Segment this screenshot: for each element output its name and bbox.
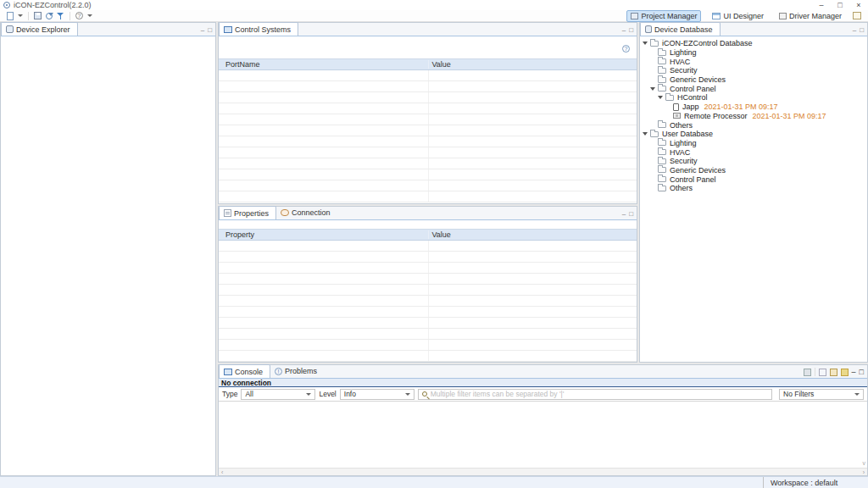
connect-icon[interactable]	[57, 12, 64, 19]
console-output-area[interactable]: v	[219, 402, 867, 468]
tree-item[interactable]: Others	[640, 184, 867, 193]
table-row	[219, 103, 637, 114]
maximize-panel-icon[interactable]: □	[629, 27, 633, 34]
minimize-window-button[interactable]: –	[812, 0, 831, 10]
folder-icon	[665, 95, 674, 101]
tree-item[interactable]: Lighting	[640, 139, 867, 148]
tab-properties[interactable]: Properties	[219, 206, 276, 219]
tree-item[interactable]: Japp2021-01-31 PM 09:17	[640, 103, 867, 112]
table-row	[219, 252, 637, 263]
minimize-panel-icon[interactable]: –	[201, 27, 204, 34]
collapse-icon[interactable]	[643, 42, 650, 45]
export-log-icon[interactable]	[819, 369, 826, 376]
tab-problems[interactable]: ! Problems	[270, 364, 324, 378]
tab-control-systems[interactable]: Control Systems	[219, 22, 298, 36]
type-filter-select[interactable]: All	[241, 389, 315, 400]
maximize-panel-icon[interactable]: □	[860, 369, 864, 375]
tree-item[interactable]: Remote Processor2021-01-31 PM 09:17	[640, 112, 867, 121]
tree-item[interactable]: Control Panel	[640, 84, 867, 93]
scroll-left-icon[interactable]: ‹	[221, 469, 223, 475]
perspective-ui-designer[interactable]: UI Designer	[708, 10, 768, 22]
minimize-panel-icon[interactable]: –	[852, 369, 856, 375]
port-table-rows	[219, 70, 637, 202]
edit-log-icon[interactable]	[841, 369, 849, 376]
maximize-panel-icon[interactable]: □	[860, 27, 864, 34]
new-project-dropdown-icon[interactable]	[18, 14, 23, 17]
tree-item[interactable]: iCON-EZControl Database	[640, 39, 867, 48]
table-row	[219, 351, 637, 362]
tree-item[interactable]: Generic Devices	[640, 75, 867, 85]
tree-item-label: Lighting	[670, 48, 697, 57]
maximize-panel-icon[interactable]: □	[208, 27, 212, 34]
help-dropdown-icon[interactable]	[87, 14, 92, 17]
folder-icon	[658, 140, 666, 146]
clear-console-icon[interactable]	[804, 369, 811, 376]
tab-console[interactable]: Console	[219, 364, 270, 378]
tree-item[interactable]: Others	[640, 120, 867, 130]
project-manager-icon	[631, 13, 638, 19]
tree-item[interactable]: Lighting	[640, 48, 867, 58]
tab-device-database[interactable]: Device Database	[640, 22, 721, 36]
ui-designer-icon	[712, 13, 721, 19]
tree-item[interactable]: HControl	[640, 93, 867, 103]
column-header-portname[interactable]: PortName	[219, 60, 428, 69]
tree-item-label: Security	[670, 66, 698, 75]
column-header-value[interactable]: Value	[428, 230, 637, 239]
maximize-panel-icon[interactable]: □	[629, 211, 633, 218]
filter-search-input[interactable]	[431, 390, 768, 398]
tree-item-label: Control Panel	[670, 85, 716, 93]
table-row	[219, 263, 637, 274]
tree-item[interactable]: HVAC	[640, 57, 867, 66]
close-window-button[interactable]: ×	[849, 0, 868, 10]
tab-connection[interactable]: Connection	[276, 206, 337, 219]
refresh-icon[interactable]	[46, 13, 53, 19]
folder-icon	[658, 158, 666, 164]
problems-icon: !	[275, 368, 282, 375]
tree-item[interactable]: Control Panel	[640, 175, 867, 184]
save-icon[interactable]	[34, 12, 42, 19]
tree-item[interactable]: User Database	[640, 130, 867, 139]
new-project-icon[interactable]	[7, 12, 14, 20]
tab-device-explorer[interactable]: Device Explorer	[1, 22, 78, 36]
tree-item-label: User Database	[662, 130, 713, 138]
search-icon	[422, 391, 427, 396]
open-perspective-icon[interactable]	[853, 12, 861, 19]
collapse-icon[interactable]	[650, 87, 658, 91]
minimize-panel-icon[interactable]: –	[853, 27, 856, 34]
minimize-panel-icon[interactable]: –	[622, 27, 626, 34]
horizontal-scrollbar[interactable]: ‹ ›	[219, 468, 867, 475]
panel-help-icon[interactable]: ?	[622, 45, 630, 53]
tree-item[interactable]: Security	[640, 66, 867, 75]
status-bar: Workspace : default	[0, 476, 868, 488]
folder-icon	[658, 149, 666, 155]
tree-item[interactable]: Security	[640, 157, 867, 166]
collapse-icon[interactable]	[658, 96, 665, 99]
tree-item-label: Control Panel	[670, 175, 716, 184]
column-header-property[interactable]: Property	[219, 230, 428, 239]
open-log-icon[interactable]	[830, 369, 837, 376]
tree-item[interactable]: HVAC	[640, 147, 867, 157]
table-row	[219, 241, 637, 252]
console-filter-bar: Type All Level Info No Filters	[219, 387, 867, 402]
saved-filters-select[interactable]: No Filters	[779, 389, 864, 400]
tree-item[interactable]: Generic Devices	[640, 166, 867, 175]
level-filter-select[interactable]: Info	[340, 389, 415, 400]
folder-icon	[658, 186, 666, 191]
collapse-icon[interactable]	[643, 132, 650, 136]
perspective-driver-manager[interactable]: Driver Manager	[775, 10, 846, 22]
table-row	[219, 169, 637, 180]
table-row	[219, 285, 637, 296]
port-table: PortName Value	[219, 58, 637, 202]
minimize-panel-icon[interactable]: –	[622, 211, 626, 218]
scroll-right-icon[interactable]: ›	[863, 469, 865, 475]
tree-item-label: HVAC	[670, 58, 690, 66]
maximize-window-button[interactable]: □	[831, 0, 849, 10]
property-table-rows	[219, 241, 637, 362]
perspective-project-manager[interactable]: Project Manager	[626, 10, 701, 22]
tree-item-label: HControl	[677, 93, 708, 102]
scroll-down-icon[interactable]: v	[863, 460, 866, 466]
column-header-value[interactable]: Value	[428, 60, 637, 69]
chip-icon	[673, 113, 681, 119]
help-icon[interactable]: ?	[75, 12, 83, 19]
connection-status-text: No connection	[221, 379, 271, 387]
